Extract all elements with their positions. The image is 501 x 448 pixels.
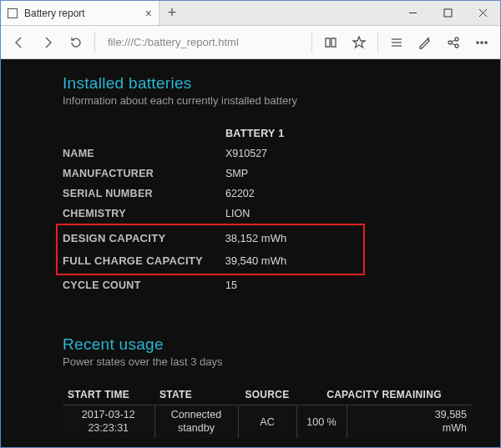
table-row: SERIAL NUMBER 62202	[63, 184, 359, 204]
row-value: SMP	[225, 164, 359, 184]
close-window-button[interactable]	[465, 1, 500, 25]
document-icon	[8, 8, 18, 18]
browser-tab[interactable]: Battery report ×	[1, 1, 159, 25]
table-row: DESIGN CAPACITY 38,152 mWh	[63, 227, 358, 249]
address-bar[interactable]: file:///C:/battery_report.html	[100, 32, 306, 53]
svg-point-15	[485, 41, 487, 43]
row-value: 39,540 mWh	[225, 249, 358, 272]
row-key: MANUFACTURER	[63, 164, 225, 184]
toolbar-separator	[94, 33, 95, 53]
row-value: 15	[225, 275, 359, 295]
recent-usage-subtitle: Power states over the last 3 days	[63, 355, 500, 368]
svg-line-11	[452, 40, 456, 42]
row-value: LION	[225, 204, 359, 224]
reading-view-button[interactable]	[317, 29, 344, 56]
table-row: CHEMISTRY LION	[63, 204, 359, 224]
usage-source: AC	[238, 405, 296, 439]
page-content: Installed batteries Information about ea…	[1, 59, 500, 447]
refresh-button[interactable]	[63, 29, 89, 56]
browser-toolbar: file:///C:/battery_report.html	[1, 26, 500, 59]
maximize-button[interactable]	[430, 1, 465, 25]
table-row: MANUFACTURER SMP	[63, 164, 359, 184]
favorites-button[interactable]	[346, 29, 372, 56]
more-button[interactable]	[468, 29, 495, 56]
svg-point-9	[455, 38, 458, 41]
highlighted-rows: DESIGN CAPACITY 38,152 mWh FULL CHARGE C…	[56, 224, 365, 275]
usage-state: Connected standby	[154, 405, 238, 439]
web-note-button[interactable]	[412, 29, 438, 56]
tab-title: Battery report	[24, 8, 139, 19]
window-controls	[395, 1, 500, 25]
table-row: NAME X910527	[63, 143, 359, 164]
installed-batteries-heading: Installed batteries	[63, 74, 500, 93]
battery-table-cont: CYCLE COUNT 15	[63, 275, 359, 295]
back-button[interactable]	[6, 29, 33, 56]
hub-button[interactable]	[383, 29, 410, 56]
svg-point-8	[448, 41, 452, 44]
usage-cap-mwh: 39,585 mWh	[347, 405, 472, 439]
close-tab-icon[interactable]: ×	[145, 7, 152, 20]
row-key: CYCLE COUNT	[63, 275, 225, 295]
usage-row: 2017-03-12 23:23:31 Connected standby AC…	[63, 405, 472, 439]
svg-point-10	[455, 44, 458, 48]
minimize-button[interactable]	[395, 1, 430, 25]
new-tab-button[interactable]: +	[159, 1, 185, 25]
col-source: SOURCE	[238, 385, 296, 405]
share-button[interactable]	[440, 29, 467, 56]
usage-table: START TIME STATE SOURCE CAPACITY REMAINI…	[63, 385, 472, 438]
svg-marker-4	[353, 37, 365, 48]
row-key: NAME	[63, 143, 225, 164]
recent-usage-section: Recent usage Power states over the last …	[63, 335, 500, 438]
row-key: FULL CHARGE CAPACITY	[63, 249, 225, 272]
tab-bar: Battery report × +	[1, 1, 500, 26]
toolbar-separator	[377, 33, 378, 53]
forward-button[interactable]	[34, 29, 61, 56]
svg-point-13	[477, 41, 478, 43]
row-key: SERIAL NUMBER	[63, 184, 225, 204]
usage-cap-pct: 100 %	[296, 405, 347, 439]
row-value: 62202	[225, 184, 359, 204]
table-row: CYCLE COUNT 15	[63, 275, 359, 295]
battery-table: BATTERY 1 NAME X910527 MANUFACTURER SMP …	[63, 123, 359, 224]
installed-batteries-subtitle: Information about each currently install…	[63, 94, 500, 107]
table-row: FULL CHARGE CAPACITY 39,540 mWh	[63, 249, 358, 272]
row-key: DESIGN CAPACITY	[63, 227, 225, 249]
svg-rect-1	[444, 9, 452, 17]
usage-start-time: 2017-03-12 23:23:31	[63, 405, 154, 439]
battery-column-header: BATTERY 1	[225, 123, 359, 143]
svg-line-12	[452, 43, 456, 45]
col-capacity: CAPACITY REMAINING	[296, 385, 472, 405]
col-state: STATE	[154, 385, 238, 405]
toolbar-separator	[311, 33, 312, 53]
row-value: 38,152 mWh	[225, 227, 358, 249]
col-start-time: START TIME	[63, 385, 154, 405]
row-value: X910527	[225, 143, 359, 164]
recent-usage-heading: Recent usage	[63, 335, 500, 354]
svg-point-14	[481, 41, 483, 43]
row-key: CHEMISTRY	[63, 204, 225, 224]
